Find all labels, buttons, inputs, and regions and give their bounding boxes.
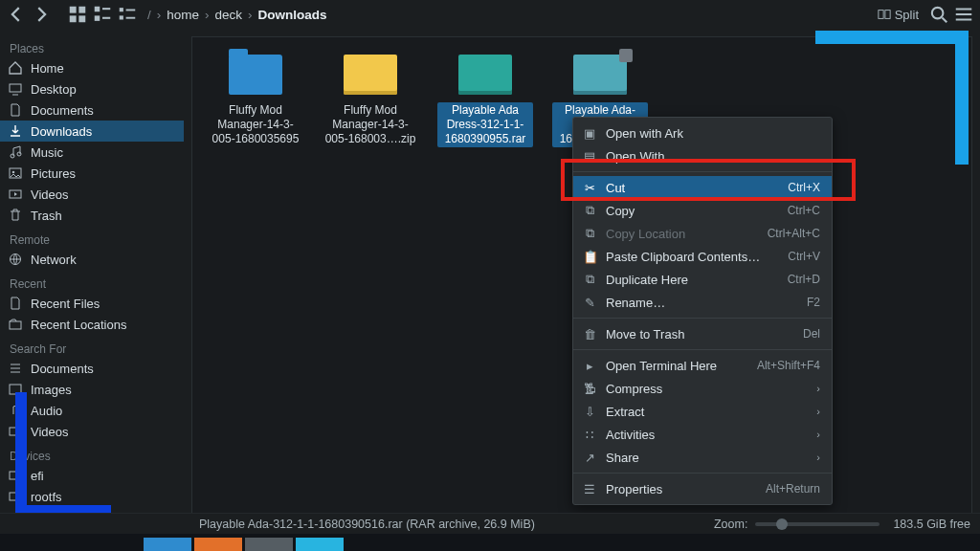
file-item-selected[interactable]: Playable Ada Dress-312-1-1-1680390955.ra… [437, 55, 533, 147]
trash-icon: 🗑 [583, 327, 596, 342]
taskbar[interactable] [0, 534, 980, 551]
svg-rect-8 [120, 8, 123, 11]
sidebar-item-label: Images [31, 383, 72, 397]
pictures-icon [8, 165, 23, 181]
hamburger-menu-button[interactable] [953, 4, 974, 25]
ctx-share[interactable]: ↗Share› [573, 446, 832, 469]
sidebar-item-network[interactable]: Network [0, 249, 184, 270]
sidebar-search-documents[interactable]: Documents [0, 358, 184, 379]
svg-rect-5 [102, 8, 110, 10]
ctx-open-with-ark[interactable]: ▣Open with Ark [573, 121, 832, 144]
file-item[interactable]: Fluffy Mod Manager-14-3-005-168003….zip [323, 55, 418, 147]
split-button[interactable]: Split [872, 4, 924, 25]
svg-rect-3 [78, 15, 85, 22]
sidebar-item-documents[interactable]: Documents [0, 99, 184, 121]
view-icons-button[interactable] [67, 4, 88, 25]
recent-locations-icon [8, 317, 23, 332]
ctx-extract[interactable]: ⇩Extract› [573, 400, 832, 423]
properties-icon: ☰ [583, 482, 596, 496]
sidebar-item-label: Downloads [31, 124, 92, 139]
zoom-thumb[interactable] [776, 518, 788, 530]
taskbar-app[interactable] [144, 538, 191, 551]
music-icon [8, 144, 23, 160]
crumb-downloads[interactable]: Downloads [258, 8, 327, 22]
sidebar-item-desktop[interactable]: Desktop [0, 78, 184, 99]
sidebar-header-places: Places [0, 34, 184, 57]
sidebar-item-recent-locations[interactable]: Recent Locations [0, 314, 184, 335]
sidebar-search-videos[interactable]: Videos [0, 421, 184, 442]
sidebar-item-label: Documents [31, 362, 94, 376]
svg-rect-0 [70, 7, 77, 13]
svg-rect-13 [885, 11, 890, 19]
svg-rect-10 [120, 15, 123, 19]
trash-icon [8, 208, 23, 223]
nav-forward-button[interactable] [31, 4, 52, 25]
search-images-icon [8, 382, 23, 397]
sidebar-device-rootfs[interactable]: rootfs [0, 486, 184, 507]
open-icon: ▤ [583, 149, 596, 164]
svg-rect-11 [126, 17, 136, 19]
ctx-separator [573, 349, 832, 350]
sidebar-item-home[interactable]: Home [0, 57, 184, 78]
activities-icon: ∷ [583, 428, 596, 442]
rar-icon [458, 55, 512, 95]
ctx-move-to-trash[interactable]: 🗑Move to TrashDel [573, 322, 832, 345]
sidebar-item-pictures[interactable]: Pictures [0, 163, 184, 184]
zoom-label: Zoom: [714, 518, 747, 531]
chevron-right-icon: › [816, 452, 820, 463]
taskbar-app[interactable] [296, 538, 344, 551]
copy-icon: ⧉ [583, 203, 596, 218]
breadcrumb[interactable]: / › home › deck › Downloads [147, 8, 327, 22]
sidebar-header-remote: Remote [0, 226, 184, 249]
sidebar-search-images[interactable]: Images [0, 379, 184, 400]
zoom-slider[interactable] [755, 522, 880, 526]
svg-rect-1 [78, 7, 85, 13]
view-compact-button[interactable] [92, 4, 113, 25]
ctx-copy[interactable]: ⧉CopyCtrl+C [573, 199, 832, 222]
ctx-paste[interactable]: 📋Paste Clipboard Contents…Ctrl+V [573, 245, 832, 268]
nav-back-button[interactable] [6, 4, 27, 25]
shortcut: Alt+Shift+F4 [757, 359, 820, 372]
svg-rect-15 [10, 84, 21, 92]
sidebar-item-label: Videos [31, 187, 69, 202]
sidebar-item-downloads[interactable]: Downloads [0, 121, 184, 142]
documents-icon [8, 102, 23, 118]
paste-icon: 📋 [583, 250, 596, 264]
ctx-duplicate[interactable]: ⧉Duplicate HereCtrl+D [573, 268, 832, 291]
sidebar-item-label: Documents [31, 103, 94, 118]
search-button[interactable] [928, 4, 949, 25]
sidebar-item-label: Audio [31, 404, 62, 418]
compress-icon: 🗜 [583, 382, 596, 396]
file-item[interactable]: Fluffy Mod Manager-14-3-005-1680035695 [208, 55, 303, 147]
sidebar-device-efi[interactable]: efi [0, 465, 184, 486]
shortcut: Ctrl+C [788, 204, 820, 217]
svg-point-14 [932, 8, 944, 19]
sidebar-item-label: Pictures [31, 166, 76, 181]
desktop-icon [8, 81, 23, 97]
ctx-open-terminal[interactable]: ▸Open Terminal HereAlt+Shift+F4 [573, 354, 832, 377]
ctx-properties[interactable]: ☰PropertiesAlt+Return [573, 477, 832, 500]
ctx-open-with[interactable]: ▤Open With… [573, 144, 832, 167]
sidebar-search-audio[interactable]: Audio [0, 400, 184, 421]
crumb-home[interactable]: home [167, 8, 199, 22]
sidebar-item-recent-files[interactable]: Recent Files [0, 293, 184, 314]
sidebar-item-music[interactable]: Music [0, 142, 184, 163]
ctx-cut[interactable]: ✂CutCtrl+X [573, 176, 832, 199]
view-details-button[interactable] [117, 4, 138, 25]
ctx-copy-location: ⧉Copy LocationCtrl+Alt+C [573, 222, 832, 245]
sidebar-item-trash[interactable]: Trash [0, 205, 184, 226]
cut-icon: ✂ [583, 181, 596, 195]
taskbar-app[interactable] [245, 538, 293, 551]
ctx-activities[interactable]: ∷Activities› [573, 423, 832, 446]
taskbar-app[interactable] [194, 538, 242, 551]
sidebar-item-label: Music [31, 145, 63, 160]
ctx-compress[interactable]: 🗜Compress› [573, 377, 832, 400]
ctx-rename[interactable]: ✎Rename…F2 [573, 291, 832, 314]
sidebar-item-videos[interactable]: Videos [0, 184, 184, 205]
sidebar-header-search: Search For [0, 335, 184, 358]
ctx-separator [573, 318, 832, 319]
crumb-root[interactable]: / [147, 8, 151, 22]
crumb-deck[interactable]: deck [215, 8, 243, 22]
recent-files-icon [8, 296, 23, 311]
svg-rect-24 [10, 428, 21, 435]
